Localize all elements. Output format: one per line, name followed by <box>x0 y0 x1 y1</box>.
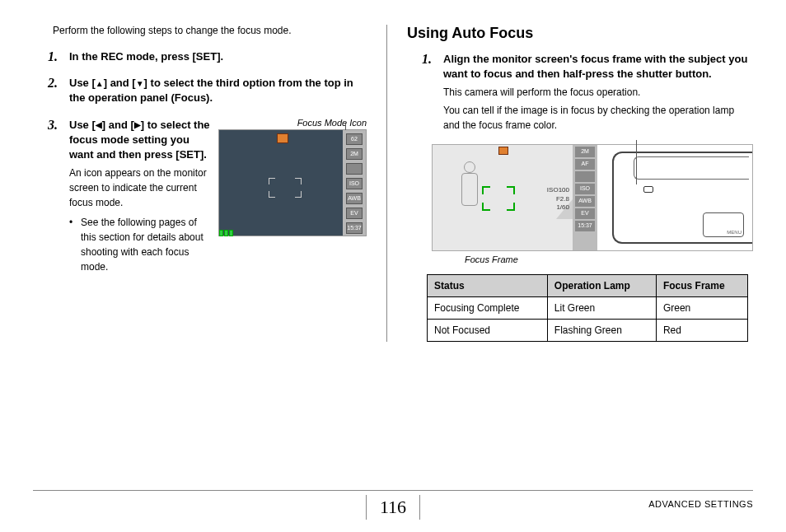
step-title: Use [▲] and [▼] to select the third opti… <box>69 76 367 105</box>
operation-panel: 2M AF ISO AWB EV 15:37 <box>573 145 597 250</box>
battery-icon <box>219 227 237 236</box>
step-number: 2. <box>48 76 58 91</box>
steps-right: 1. Align the monitor screen's focus fram… <box>422 52 753 133</box>
focus-brackets-icon <box>269 178 302 198</box>
left-triangle-icon: ◀ <box>96 119 102 131</box>
panel-item: 15:37 <box>575 221 595 231</box>
figure-label: Focus Mode Icon <box>218 118 367 128</box>
t: ] and [ <box>104 77 136 89</box>
monitor-screen-illustration: ISO100 F2.8 1/60 2M AF ISO AWB EV 15:37 <box>433 145 597 250</box>
cell: Lit Green <box>547 297 656 320</box>
step-title: Use [◀] and [▶] to select the focus mode… <box>69 118 210 163</box>
step-title: Align the monitor screen's focus frame w… <box>443 52 753 82</box>
steps-left: 1. In the REC mode, press [SET]. 2. Use … <box>48 49 367 274</box>
table-row: Focusing Complete Lit Green Green <box>428 297 748 320</box>
intro-text: Perform the following steps to change th… <box>53 25 367 36</box>
panel-item: AWB <box>346 193 363 204</box>
t: Use [ <box>69 119 96 131</box>
focus-frame-label: Focus Frame <box>465 254 753 264</box>
step-1: 1. In the REC mode, press [SET]. <box>48 49 367 64</box>
iso-value: ISO100 <box>547 186 569 194</box>
panel-item: EV <box>575 208 595 219</box>
cell: Red <box>656 320 747 342</box>
camera-illustration: ISO100 F2.8 1/60 2M AF ISO AWB EV 15:37 <box>432 144 753 251</box>
left-column: Perform the following steps to change th… <box>33 25 367 342</box>
up-triangle-icon: ▲ <box>96 78 104 90</box>
content-columns: Perform the following steps to change th… <box>33 25 753 342</box>
page-number: 116 <box>366 495 420 520</box>
panel-item: EV <box>346 208 363 219</box>
person-icon <box>457 161 482 206</box>
down-triangle-icon: ▼ <box>136 78 144 90</box>
page-footer: 116 ADVANCED SETTINGS <box>33 490 753 524</box>
lcd-screen-illustration: 62 2M ISO AWB EV 15:37 <box>218 129 367 236</box>
aperture-value: F2.8 <box>547 195 569 203</box>
operation-panel: 62 2M ISO AWB EV 15:37 <box>343 130 366 236</box>
right-column: Using Auto Focus 1. Align the monitor sc… <box>407 25 753 342</box>
step-1: 1. Align the monitor screen's focus fram… <box>422 52 753 133</box>
rec-mode-icon <box>498 147 508 155</box>
cell: Green <box>656 297 747 320</box>
step-body: You can tell if the image is in focus by… <box>443 103 753 133</box>
figure-focus-mode: Focus Mode Icon 62 2M ISO <box>218 118 367 275</box>
column-divider <box>386 25 387 342</box>
focus-frame-icon <box>482 186 515 211</box>
button-panel-icon <box>703 212 744 237</box>
section-name: ADVANCED SETTINGS <box>648 499 753 509</box>
cell: Focusing Complete <box>428 297 548 320</box>
section-heading: Using Auto Focus <box>407 25 753 42</box>
step-number: 1. <box>48 49 58 64</box>
panel-item <box>346 163 363 175</box>
shutter-value: 1/60 <box>547 203 569 212</box>
status-table: Status Operation Lamp Focus Frame Focusi… <box>427 274 748 342</box>
step-2: 2. Use [▲] and [▼] to select the third o… <box>48 76 367 105</box>
panel-item: ISO <box>575 184 595 194</box>
exposure-info: ISO100 F2.8 1/60 <box>547 186 569 212</box>
table-header-row: Status Operation Lamp Focus Frame <box>428 275 748 297</box>
step-title: In the REC mode, press [SET]. <box>69 49 367 64</box>
panel-item <box>575 171 595 182</box>
cell: Not Focused <box>428 320 548 342</box>
step-number: 3. <box>48 118 58 133</box>
operation-lamp-icon <box>643 186 653 193</box>
panel-item: ISO <box>346 178 363 189</box>
step-3: 3. Use [◀] and [▶] to select the focus m… <box>48 118 367 275</box>
pointer-line <box>636 140 637 184</box>
panel-item: 62 <box>346 133 363 145</box>
col-operation-lamp: Operation Lamp <box>547 275 656 297</box>
col-status: Status <box>428 275 548 297</box>
panel-item: 2M <box>346 148 363 160</box>
table-row: Not Focused Flashing Green Red <box>428 320 748 342</box>
panel-item: AWB <box>575 196 595 207</box>
step-bullet: See the following pages of this section … <box>69 215 210 274</box>
step-body: This camera will perform the focus opera… <box>443 85 753 100</box>
col-focus-frame: Focus Frame <box>656 275 747 297</box>
panel-item: AF <box>575 159 595 170</box>
panel-item: 2M <box>575 147 595 157</box>
figure-auto-focus: Operation Lamp ISO100 F2.8 1/60 2M <box>432 144 753 264</box>
step-number: 1. <box>422 52 432 67</box>
cell: Flashing Green <box>547 320 656 342</box>
right-triangle-icon: ▶ <box>134 119 141 131</box>
panel-item: 15:37 <box>346 222 363 234</box>
step-body: An icon appears on the monitor screen to… <box>69 166 210 210</box>
t: ] and [ <box>102 119 134 131</box>
focus-mode-icon <box>277 133 288 143</box>
t: Use [ <box>69 77 96 89</box>
camera-body-illustration <box>597 145 752 250</box>
